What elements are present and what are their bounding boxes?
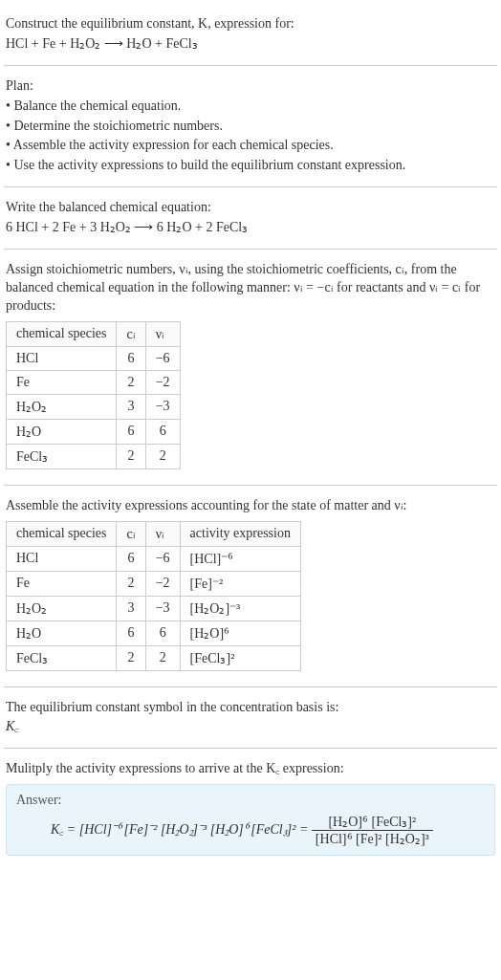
- cell-v: 2: [145, 645, 180, 670]
- plan-heading: Plan:: [6, 77, 495, 96]
- intro-text: Construct the equilibrium constant, K, e…: [6, 16, 294, 31]
- cell-species: FeCl₃: [7, 444, 117, 468]
- balanced-heading: Write the balanced chemical equation:: [6, 199, 495, 217]
- table-row: FeCl₃ 2 2 [FeCl₃]²: [7, 645, 301, 670]
- cell-species: H₂O: [7, 621, 117, 645]
- col-ci: cᵢ: [117, 521, 145, 546]
- cell-v: 2: [145, 444, 180, 468]
- cell-c: 3: [117, 394, 145, 419]
- cell-expr: [H₂O]⁶: [180, 621, 300, 645]
- cell-species: H₂O₂: [7, 394, 117, 419]
- answer-expression: K꜀ = [HCl]⁻⁶ [Fe]⁻² [H₂O₂]⁻³ [H₂O]⁶ [FeC…: [16, 814, 485, 847]
- plan-item-2: • Determine the stoichiometric numbers.: [6, 118, 495, 136]
- plan-section: Plan: • Balance the chemical equation. •…: [4, 70, 497, 183]
- col-vi: νᵢ: [145, 321, 180, 346]
- table-row: HCl 6 −6 [HCl]⁻⁶: [7, 546, 301, 571]
- cell-expr: [HCl]⁻⁶: [180, 546, 300, 571]
- divider: [4, 65, 497, 66]
- cell-v: 6: [145, 419, 180, 444]
- plan-item-1: • Balance the chemical equation.: [6, 98, 495, 116]
- table-header-row: chemical species cᵢ νᵢ activity expressi…: [7, 521, 301, 546]
- intro-section: Construct the equilibrium constant, K, e…: [4, 8, 497, 61]
- cell-v: −2: [145, 370, 180, 394]
- cell-species: Fe: [7, 571, 117, 596]
- kc-symbol-section: The equilibrium constant symbol in the c…: [4, 691, 497, 745]
- activity-table: chemical species cᵢ νᵢ activity expressi…: [6, 521, 301, 671]
- answer-label: Answer:: [16, 793, 485, 808]
- col-species: chemical species: [7, 321, 117, 346]
- divider: [4, 686, 497, 687]
- cell-v: −2: [145, 571, 180, 596]
- plan-item-4: • Use the activity expressions to build …: [6, 157, 495, 175]
- stoich-text: Assign stoichiometric numbers, νᵢ, using…: [6, 261, 495, 316]
- table-row: H₂O 6 6: [7, 419, 181, 444]
- cell-c: 6: [117, 419, 145, 444]
- col-expr: activity expression: [180, 521, 300, 546]
- table-row: H₂O₂ 3 −3 [H₂O₂]⁻³: [7, 596, 301, 621]
- cell-species: HCl: [7, 546, 117, 571]
- table-row: Fe 2 −2 [Fe]⁻²: [7, 571, 301, 596]
- cell-c: 6: [117, 621, 145, 645]
- intro-line1: Construct the equilibrium constant, K, e…: [6, 15, 495, 33]
- divider: [4, 748, 497, 749]
- cell-expr: [Fe]⁻²: [180, 571, 300, 596]
- cell-c: 6: [117, 346, 145, 370]
- table-header-row: chemical species cᵢ νᵢ: [7, 321, 181, 346]
- kc-symbol-heading: The equilibrium constant symbol in the c…: [6, 699, 495, 717]
- col-ci: cᵢ: [117, 321, 145, 346]
- cell-v: 6: [145, 621, 180, 645]
- cell-species: Fe: [7, 370, 117, 394]
- stoich-table: chemical species cᵢ νᵢ HCl 6 −6 Fe 2 −2 …: [6, 321, 181, 469]
- divider: [4, 186, 497, 187]
- cell-c: 6: [117, 546, 145, 571]
- final-section: Mulitply the activity expressions to arr…: [4, 752, 497, 861]
- cell-expr: [FeCl₃]²: [180, 645, 300, 670]
- divider: [4, 485, 497, 486]
- plan-item-3: • Assemble the activity expression for e…: [6, 137, 495, 155]
- fraction-numerator: [H₂O]⁶ [FeCl₃]²: [312, 814, 433, 831]
- kc-symbol: K꜀: [6, 718, 495, 736]
- fraction-denominator: [HCl]⁶ [Fe]² [H₂O₂]³: [312, 831, 433, 847]
- cell-v: −6: [145, 546, 180, 571]
- kc-lhs: K꜀ = [HCl]⁻⁶ [Fe]⁻² [H₂O₂]⁻³ [H₂O]⁶ [FeC…: [51, 822, 308, 837]
- balanced-equation: 6 HCl + 2 Fe + 3 H₂O₂ ⟶ 6 H₂O + 2 FeCl₃: [6, 219, 495, 237]
- table-row: H₂O₂ 3 −3: [7, 394, 181, 419]
- answer-box: Answer: K꜀ = [HCl]⁻⁶ [Fe]⁻² [H₂O₂]⁻³ [H₂…: [6, 784, 495, 856]
- activity-section: Assemble the activity expressions accoun…: [4, 490, 497, 683]
- col-species: chemical species: [7, 521, 117, 546]
- cell-species: FeCl₃: [7, 645, 117, 670]
- cell-species: HCl: [7, 346, 117, 370]
- cell-v: −3: [145, 596, 180, 621]
- stoich-section: Assign stoichiometric numbers, νᵢ, using…: [4, 253, 497, 481]
- col-vi: νᵢ: [145, 521, 180, 546]
- cell-v: −3: [145, 394, 180, 419]
- table-row: Fe 2 −2: [7, 370, 181, 394]
- cell-species: H₂O: [7, 419, 117, 444]
- cell-c: 2: [117, 370, 145, 394]
- table-row: HCl 6 −6: [7, 346, 181, 370]
- cell-species: H₂O₂: [7, 596, 117, 621]
- intro-equation: HCl + Fe + H₂O₂ ⟶ H₂O + FeCl₃: [6, 35, 495, 54]
- balanced-section: Write the balanced chemical equation: 6 …: [4, 191, 497, 245]
- cell-v: −6: [145, 346, 180, 370]
- cell-expr: [H₂O₂]⁻³: [180, 596, 300, 621]
- kc-fraction: [H₂O]⁶ [FeCl₃]² [HCl]⁶ [Fe]² [H₂O₂]³: [312, 814, 433, 847]
- table-row: FeCl₃ 2 2: [7, 444, 181, 468]
- cell-c: 2: [117, 645, 145, 670]
- cell-c: 2: [117, 444, 145, 468]
- table-row: H₂O 6 6 [H₂O]⁶: [7, 621, 301, 645]
- activity-heading: Assemble the activity expressions accoun…: [6, 497, 495, 515]
- cell-c: 2: [117, 571, 145, 596]
- divider: [4, 249, 497, 250]
- cell-c: 3: [117, 596, 145, 621]
- final-heading: Mulitply the activity expressions to arr…: [6, 760, 495, 778]
